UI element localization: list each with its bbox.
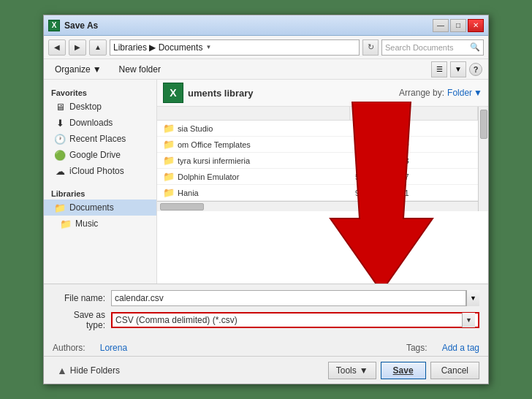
- address-toolbar: ◀ ▶ ▲ Libraries ▶ Documents ▼ ↻ Search D…: [44, 36, 488, 59]
- file-name: 📁om Office Templates: [157, 137, 349, 153]
- filename-row: File name: ▼: [53, 290, 479, 306]
- title-bar: X Save As — □ ✕: [44, 15, 488, 36]
- arrange-label: Arrange by:: [399, 88, 444, 98]
- documents-folder-icon: 📁: [54, 202, 66, 213]
- search-icon: 🔍: [470, 42, 480, 52]
- app-icon: X: [48, 20, 60, 31]
- file-table: Date modified 📁sia Studio 5/9/2015 8:58 …: [157, 107, 478, 201]
- view-toggle-button[interactable]: ☰: [431, 61, 447, 77]
- file-list-header: X uments library Arrange by: Folder ▼: [157, 80, 488, 107]
- bottom-form: File name: ▼ Save as type: CSV (Comma de…: [44, 284, 488, 340]
- table-row[interactable]: 📁tyra kursi infermieria 12/4/2015 9:13: [157, 153, 478, 169]
- minimize-button[interactable]: —: [433, 19, 449, 32]
- sidebar-item-desktop[interactable]: 🖥 Desktop: [44, 99, 156, 115]
- tools-chevron-icon: ▼: [360, 365, 368, 376]
- google-drive-icon: 🟢: [54, 149, 66, 161]
- authors-label: Authors:: [53, 343, 86, 353]
- col-date-header: Date modified: [349, 107, 477, 121]
- save-button[interactable]: Save: [381, 362, 426, 379]
- sidebar-item-label: Recent Places: [69, 134, 126, 144]
- file-date: 5/19/2015 5:17: [349, 169, 477, 185]
- file-date: 9/29/2015 9:01: [349, 185, 477, 201]
- forward-button[interactable]: ▶: [69, 39, 86, 56]
- scrollbar-horizontal[interactable]: [157, 201, 478, 211]
- authors-value[interactable]: Lorena: [100, 343, 127, 353]
- address-dropdown-arrow: ▼: [205, 44, 211, 50]
- icloud-icon: ☁: [54, 165, 66, 177]
- arrange-by-link[interactable]: Folder ▼: [447, 88, 482, 98]
- sidebar-item-label: iCloud Photos: [69, 166, 124, 176]
- window-controls: — □ ✕: [433, 19, 484, 32]
- organize-chevron-icon: ▼: [93, 64, 102, 75]
- table-row[interactable]: 📁Hania 9/29/2015 9:01: [157, 185, 478, 201]
- action-buttons: Tools ▼ Save Cancel: [328, 362, 479, 379]
- hide-folders-button[interactable]: ▲ Hide Folders: [53, 363, 124, 378]
- action-bar: ▲ Hide Folders Tools ▼ Save Cancel: [44, 356, 488, 384]
- organize-button[interactable]: Organize ▼: [50, 61, 107, 77]
- sidebar-item-music[interactable]: 📁 Music: [44, 216, 156, 232]
- filename-dropdown-arrow[interactable]: ▼: [466, 290, 479, 306]
- excel-icon-large: X: [163, 83, 183, 103]
- library-name-preview: uments library: [188, 88, 254, 99]
- table-row[interactable]: 📁om Office Templates 7/10/2015 10:0: [157, 137, 478, 153]
- tools-button[interactable]: Tools ▼: [328, 362, 376, 379]
- sidebar-item-downloads[interactable]: ⬇ Downloads: [44, 115, 156, 131]
- file-list-with-scroll: Date modified 📁sia Studio 5/9/2015 8:58 …: [157, 107, 488, 211]
- back-button[interactable]: ◀: [48, 39, 66, 56]
- sidebar-item-label: Google Drive: [69, 150, 121, 160]
- filetype-select[interactable]: CSV (Comma delimited) (*.csv) ▼: [111, 312, 479, 328]
- window-title: Save As: [64, 20, 433, 31]
- music-folder-icon: 📁: [60, 218, 72, 229]
- close-button[interactable]: ✕: [468, 19, 484, 32]
- address-bar[interactable]: Libraries ▶ Documents ▼: [110, 39, 360, 56]
- organize-toolbar: Organize ▼ New folder ☰ ▼ ?: [44, 59, 488, 80]
- refresh-button[interactable]: ↻: [362, 39, 379, 56]
- sidebar: Favorites 🖥 Desktop ⬇ Downloads 🕐 Recent…: [44, 80, 157, 284]
- arrange-by: Arrange by: Folder ▼: [399, 88, 482, 98]
- tags-value[interactable]: Add a tag: [442, 343, 479, 353]
- main-content: Favorites 🖥 Desktop ⬇ Downloads 🕐 Recent…: [44, 80, 488, 284]
- file-name: 📁tyra kursi infermieria: [157, 153, 349, 169]
- file-date: 12/4/2015 9:13: [349, 153, 477, 169]
- filetype-select-arrow: ▼: [462, 313, 475, 327]
- sidebar-item-google-drive[interactable]: 🟢 Google Drive: [44, 147, 156, 163]
- sidebar-item-label: Documents: [69, 202, 114, 213]
- help-button[interactable]: ?: [469, 63, 482, 76]
- file-name: 📁Hania: [157, 185, 349, 201]
- sidebar-item-icloud-photos[interactable]: ☁ iCloud Photos: [44, 163, 156, 179]
- maximize-button[interactable]: □: [450, 19, 466, 32]
- address-path: Libraries ▶ Documents: [113, 42, 202, 53]
- search-bar[interactable]: Search Documents 🔍: [381, 39, 484, 56]
- filename-input-container: ▼: [111, 290, 479, 306]
- cancel-button[interactable]: Cancel: [430, 362, 479, 379]
- sidebar-item-label: Music: [75, 218, 98, 229]
- filetype-label: Save as type:: [53, 310, 111, 330]
- save-as-dialog: X Save As — □ ✕ ◀ ▶ ▲ Libraries ▶ Docume…: [43, 15, 489, 384]
- sidebar-item-label: Downloads: [69, 118, 113, 128]
- filename-input[interactable]: [111, 290, 466, 306]
- file-list-inner: Date modified 📁sia Studio 5/9/2015 8:58 …: [157, 107, 478, 211]
- recent-icon: 🕐: [54, 133, 66, 145]
- new-folder-button[interactable]: New folder: [113, 61, 167, 77]
- filetype-row: Save as type: CSV (Comma delimited) (*.c…: [53, 310, 479, 330]
- col-name-header: [157, 107, 349, 121]
- table-row[interactable]: 📁sia Studio 5/9/2015 8:58: [157, 121, 478, 137]
- desktop-icon: 🖥: [54, 101, 66, 113]
- file-list-area: X uments library Arrange by: Folder ▼: [157, 80, 488, 284]
- up-button[interactable]: ▲: [89, 39, 107, 56]
- view-controls: ☰ ▼ ?: [431, 61, 482, 77]
- file-date: 7/10/2015 10:0: [349, 137, 477, 153]
- sidebar-item-label: Desktop: [69, 102, 102, 112]
- scrollbar-vertical[interactable]: [478, 107, 488, 211]
- favorites-label: Favorites: [44, 84, 156, 99]
- table-row[interactable]: 📁Dolphin Emulator 5/19/2015 5:17: [157, 169, 478, 185]
- sidebar-item-recent-places[interactable]: 🕐 Recent Places: [44, 131, 156, 147]
- view-options-button[interactable]: ▼: [450, 61, 466, 77]
- hide-folders-icon: ▲: [57, 365, 67, 376]
- scrollbar-thumb-v[interactable]: [480, 110, 487, 139]
- arrange-chevron-icon: ▼: [474, 88, 482, 98]
- scrollbar-thumb-h[interactable]: [160, 203, 204, 210]
- filename-label: File name:: [53, 293, 111, 303]
- file-name: 📁sia Studio: [157, 121, 349, 137]
- sidebar-item-documents[interactable]: 📁 Documents: [44, 200, 156, 216]
